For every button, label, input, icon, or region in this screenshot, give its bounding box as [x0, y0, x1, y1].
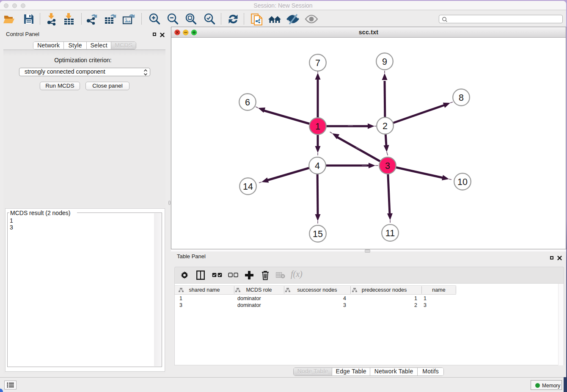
- svg-text:3: 3: [385, 161, 390, 171]
- svg-text:2: 2: [383, 121, 388, 131]
- svg-text:7: 7: [315, 58, 320, 68]
- svg-text:11: 11: [385, 228, 395, 238]
- svg-text:8: 8: [459, 93, 464, 103]
- svg-text:1: 1: [315, 121, 320, 132]
- svg-text:15: 15: [313, 229, 323, 239]
- svg-text:6: 6: [245, 97, 250, 108]
- svg-text:4: 4: [315, 161, 320, 171]
- svg-text:9: 9: [382, 57, 387, 67]
- svg-text:10: 10: [457, 177, 468, 187]
- svg-text:14: 14: [243, 182, 253, 192]
